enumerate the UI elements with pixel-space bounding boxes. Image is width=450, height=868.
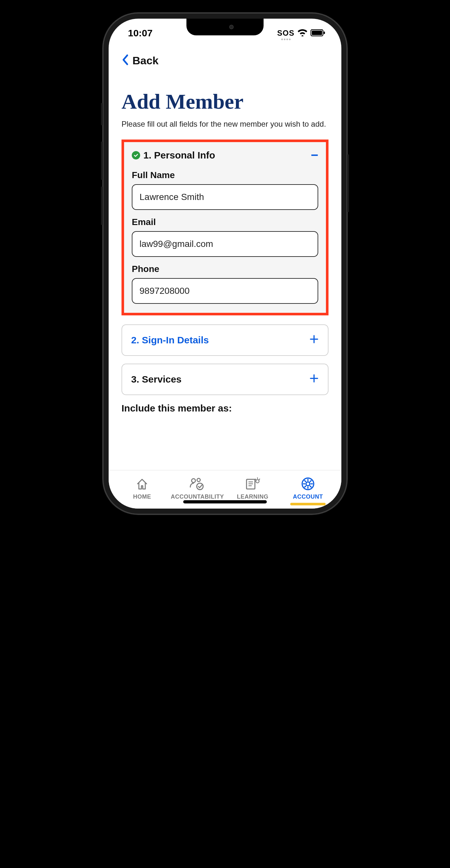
content-area: Back Add Member Please fill out all fiel… <box>109 48 341 470</box>
svg-point-3 <box>192 479 195 483</box>
book-idea-icon <box>245 476 261 492</box>
email-input[interactable] <box>132 231 318 257</box>
nav-home[interactable]: HOME <box>115 476 170 500</box>
svg-rect-2 <box>324 31 325 34</box>
check-circle-icon <box>132 151 140 159</box>
services-section[interactable]: 3. Services <box>122 364 328 395</box>
phone-frame: 10:07 SOS <количество fill="#000"> <box>103 13 347 515</box>
nav-accountability-label: ACCOUNTABILITY <box>171 494 224 500</box>
sign-in-details-title: 2. Sign-In Details <box>131 335 209 346</box>
svg-point-4 <box>197 478 200 482</box>
page-subtitle: Please fill out all fields for the new m… <box>122 120 328 129</box>
phone-input[interactable] <box>132 278 318 304</box>
svg-line-13 <box>255 479 256 479</box>
full-name-input[interactable] <box>132 184 318 210</box>
nav-learning[interactable]: LEARNING <box>225 476 280 500</box>
gear-icon <box>300 476 315 492</box>
nav-accountability[interactable]: ACCOUNTABILITY <box>170 476 225 500</box>
mute-switch <box>101 103 103 125</box>
personal-info-title: 1. Personal Info <box>143 150 215 161</box>
personal-info-header[interactable]: 1. Personal Info − <box>132 148 318 162</box>
power-button <box>347 154 349 212</box>
nav-home-label: HOME <box>133 494 151 500</box>
volume-up-button <box>101 142 103 180</box>
services-title: 3. Services <box>131 374 182 385</box>
wifi-icon: <количество fill="#000"> <box>298 28 307 38</box>
personal-info-section: 1. Personal Info − Full Name Email Phone <box>122 140 328 315</box>
status-sos: SOS <box>277 29 294 38</box>
plus-icon <box>309 373 319 386</box>
phone-label: Phone <box>132 264 318 274</box>
svg-line-21 <box>310 486 311 487</box>
svg-point-10 <box>256 479 259 483</box>
screen: 10:07 SOS <количество fill="#000"> <box>109 19 341 508</box>
plus-icon <box>309 333 319 347</box>
volume-down-button <box>101 186 103 225</box>
svg-point-5 <box>197 483 203 490</box>
svg-line-12 <box>259 479 260 479</box>
nav-account[interactable]: ACCOUNT <box>280 476 335 505</box>
sign-in-details-section[interactable]: 2. Sign-In Details <box>122 324 328 356</box>
include-member-label: Include this member as: <box>122 403 328 414</box>
battery-icon <box>311 28 325 38</box>
home-indicator[interactable] <box>183 500 267 503</box>
svg-rect-1 <box>312 31 322 35</box>
nav-learning-label: LEARNING <box>237 494 268 500</box>
home-icon <box>135 476 149 492</box>
email-label: Email <box>132 217 318 227</box>
front-camera <box>229 25 234 29</box>
svg-line-23 <box>305 486 306 487</box>
chevron-left-icon <box>122 54 129 67</box>
page-title: Add Member <box>122 89 328 114</box>
nav-account-label: ACCOUNT <box>293 494 323 500</box>
svg-line-20 <box>305 480 306 482</box>
collapse-icon: − <box>311 148 318 162</box>
people-check-icon <box>189 476 206 492</box>
back-button[interactable]: Back <box>122 48 328 80</box>
full-name-label: Full Name <box>132 170 318 180</box>
notch <box>186 19 264 35</box>
active-tab-underline <box>290 503 326 505</box>
status-time: 10:07 <box>128 28 153 38</box>
back-label: Back <box>132 54 158 67</box>
svg-line-22 <box>310 480 311 482</box>
svg-point-15 <box>306 482 310 486</box>
